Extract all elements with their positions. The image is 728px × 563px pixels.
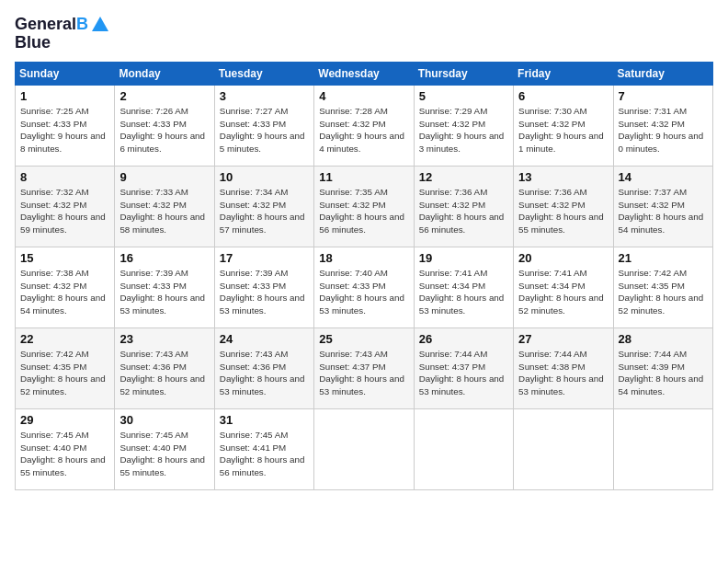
day-number: 26 xyxy=(419,332,508,346)
day-number: 29 xyxy=(20,413,109,427)
cell-info: Sunrise: 7:41 AMSunset: 4:34 PMDaylight:… xyxy=(518,268,604,316)
week-row-3: 15 Sunrise: 7:38 AMSunset: 4:32 PMDaylig… xyxy=(16,247,713,328)
cell-info: Sunrise: 7:35 AMSunset: 4:32 PMDaylight:… xyxy=(319,187,404,235)
calendar-cell: 22 Sunrise: 7:42 AMSunset: 4:35 PMDaylig… xyxy=(16,328,115,409)
calendar-cell: 4 Sunrise: 7:28 AMSunset: 4:32 PMDayligh… xyxy=(314,86,414,167)
calendar-cell: 25 Sunrise: 7:43 AMSunset: 4:37 PMDaylig… xyxy=(314,328,414,409)
calendar-cell: 3 Sunrise: 7:27 AMSunset: 4:33 PMDayligh… xyxy=(214,86,313,167)
day-number: 15 xyxy=(20,251,109,265)
calendar-cell: 6 Sunrise: 7:30 AMSunset: 4:32 PMDayligh… xyxy=(514,86,613,167)
day-number: 1 xyxy=(20,89,109,103)
logo-blue: B xyxy=(76,15,88,33)
day-number: 18 xyxy=(319,251,408,265)
cell-info: Sunrise: 7:27 AMSunset: 4:33 PMDaylight:… xyxy=(220,106,305,154)
cell-info: Sunrise: 7:30 AMSunset: 4:32 PMDaylight:… xyxy=(518,106,604,154)
weekday-header-row: SundayMondayTuesdayWednesdayThursdayFrid… xyxy=(16,63,713,86)
cell-info: Sunrise: 7:26 AMSunset: 4:33 PMDaylight:… xyxy=(119,106,205,154)
logo-text: GeneralB xyxy=(15,16,88,34)
day-number: 23 xyxy=(119,332,209,346)
cell-info: Sunrise: 7:44 AMSunset: 4:37 PMDaylight:… xyxy=(419,349,505,396)
cell-info: Sunrise: 7:45 AMSunset: 4:40 PMDaylight:… xyxy=(119,430,205,477)
day-number: 28 xyxy=(619,332,708,346)
calendar-cell: 14 Sunrise: 7:37 AMSunset: 4:32 PMDaylig… xyxy=(613,167,712,247)
logo-line2: Blue xyxy=(15,33,110,52)
day-number: 2 xyxy=(119,89,209,103)
cell-info: Sunrise: 7:25 AMSunset: 4:33 PMDaylight:… xyxy=(20,106,106,154)
weekday-header-monday: Monday xyxy=(115,63,214,86)
calendar-cell: 8 Sunrise: 7:32 AMSunset: 4:32 PMDayligh… xyxy=(16,167,115,247)
cell-info: Sunrise: 7:36 AMSunset: 4:32 PMDaylight:… xyxy=(419,187,505,235)
cell-info: Sunrise: 7:41 AMSunset: 4:34 PMDaylight:… xyxy=(419,268,505,316)
calendar-cell: 15 Sunrise: 7:38 AMSunset: 4:32 PMDaylig… xyxy=(16,247,115,328)
day-number: 11 xyxy=(319,170,408,184)
page: GeneralB Blue SundayMondayTuesdayWednesd… xyxy=(0,0,728,563)
calendar-cell: 18 Sunrise: 7:40 AMSunset: 4:33 PMDaylig… xyxy=(314,247,414,328)
logo-icon xyxy=(90,15,110,35)
day-number: 9 xyxy=(119,170,209,184)
calendar-cell: 27 Sunrise: 7:44 AMSunset: 4:38 PMDaylig… xyxy=(514,328,613,409)
calendar-cell: 10 Sunrise: 7:34 AMSunset: 4:32 PMDaylig… xyxy=(214,167,313,247)
cell-info: Sunrise: 7:42 AMSunset: 4:35 PMDaylight:… xyxy=(20,349,106,396)
day-number: 17 xyxy=(220,251,309,265)
calendar-cell: 16 Sunrise: 7:39 AMSunset: 4:33 PMDaylig… xyxy=(115,247,214,328)
weekday-header-sunday: Sunday xyxy=(16,63,115,86)
day-number: 20 xyxy=(518,251,608,265)
header: GeneralB Blue xyxy=(15,15,713,52)
cell-info: Sunrise: 7:28 AMSunset: 4:32 PMDaylight:… xyxy=(319,106,404,154)
day-number: 31 xyxy=(220,413,309,427)
cell-info: Sunrise: 7:42 AMSunset: 4:35 PMDaylight:… xyxy=(619,268,704,316)
day-number: 5 xyxy=(419,89,508,103)
calendar-cell: 20 Sunrise: 7:41 AMSunset: 4:34 PMDaylig… xyxy=(514,247,613,328)
calendar: SundayMondayTuesdayWednesdayThursdayFrid… xyxy=(15,62,713,490)
day-number: 16 xyxy=(119,251,209,265)
day-number: 4 xyxy=(319,89,408,103)
calendar-cell: 26 Sunrise: 7:44 AMSunset: 4:37 PMDaylig… xyxy=(414,328,513,409)
cell-info: Sunrise: 7:43 AMSunset: 4:36 PMDaylight:… xyxy=(119,349,205,396)
day-number: 3 xyxy=(220,89,309,103)
calendar-cell xyxy=(314,409,414,490)
day-number: 13 xyxy=(518,170,608,184)
svg-marker-0 xyxy=(92,17,108,31)
calendar-cell: 5 Sunrise: 7:29 AMSunset: 4:32 PMDayligh… xyxy=(414,86,513,167)
day-number: 12 xyxy=(419,170,508,184)
week-row-5: 29 Sunrise: 7:45 AMSunset: 4:40 PMDaylig… xyxy=(16,409,713,490)
calendar-cell: 23 Sunrise: 7:43 AMSunset: 4:36 PMDaylig… xyxy=(115,328,214,409)
cell-info: Sunrise: 7:40 AMSunset: 4:33 PMDaylight:… xyxy=(319,268,404,316)
cell-info: Sunrise: 7:39 AMSunset: 4:33 PMDaylight:… xyxy=(220,268,305,316)
calendar-cell: 24 Sunrise: 7:43 AMSunset: 4:36 PMDaylig… xyxy=(214,328,313,409)
cell-info: Sunrise: 7:43 AMSunset: 4:36 PMDaylight:… xyxy=(220,349,305,396)
day-number: 7 xyxy=(619,89,708,103)
calendar-cell xyxy=(613,409,712,490)
day-number: 19 xyxy=(419,251,508,265)
week-row-1: 1 Sunrise: 7:25 AMSunset: 4:33 PMDayligh… xyxy=(16,86,713,167)
calendar-cell: 1 Sunrise: 7:25 AMSunset: 4:33 PMDayligh… xyxy=(16,86,115,167)
day-number: 21 xyxy=(619,251,708,265)
calendar-cell: 2 Sunrise: 7:26 AMSunset: 4:33 PMDayligh… xyxy=(115,86,214,167)
weekday-header-saturday: Saturday xyxy=(613,63,712,86)
cell-info: Sunrise: 7:39 AMSunset: 4:33 PMDaylight:… xyxy=(119,268,205,316)
day-number: 10 xyxy=(220,170,309,184)
cell-info: Sunrise: 7:36 AMSunset: 4:32 PMDaylight:… xyxy=(518,187,604,235)
week-row-4: 22 Sunrise: 7:42 AMSunset: 4:35 PMDaylig… xyxy=(16,328,713,409)
calendar-cell: 12 Sunrise: 7:36 AMSunset: 4:32 PMDaylig… xyxy=(414,167,513,247)
weekday-header-thursday: Thursday xyxy=(414,63,513,86)
cell-info: Sunrise: 7:31 AMSunset: 4:32 PMDaylight:… xyxy=(619,106,704,154)
day-number: 24 xyxy=(220,332,309,346)
cell-info: Sunrise: 7:43 AMSunset: 4:37 PMDaylight:… xyxy=(319,349,404,396)
cell-info: Sunrise: 7:32 AMSunset: 4:32 PMDaylight:… xyxy=(20,187,106,235)
logo: GeneralB Blue xyxy=(15,15,110,52)
cell-info: Sunrise: 7:29 AMSunset: 4:32 PMDaylight:… xyxy=(419,106,505,154)
cell-info: Sunrise: 7:45 AMSunset: 4:41 PMDaylight:… xyxy=(220,430,305,477)
calendar-cell xyxy=(514,409,613,490)
week-row-2: 8 Sunrise: 7:32 AMSunset: 4:32 PMDayligh… xyxy=(16,167,713,247)
calendar-cell: 9 Sunrise: 7:33 AMSunset: 4:32 PMDayligh… xyxy=(115,167,214,247)
weekday-header-wednesday: Wednesday xyxy=(314,63,414,86)
day-number: 6 xyxy=(518,89,608,103)
cell-info: Sunrise: 7:37 AMSunset: 4:32 PMDaylight:… xyxy=(619,187,704,235)
cell-info: Sunrise: 7:44 AMSunset: 4:38 PMDaylight:… xyxy=(518,349,604,396)
calendar-cell: 19 Sunrise: 7:41 AMSunset: 4:34 PMDaylig… xyxy=(414,247,513,328)
calendar-cell: 29 Sunrise: 7:45 AMSunset: 4:40 PMDaylig… xyxy=(16,409,115,490)
day-number: 25 xyxy=(319,332,408,346)
calendar-cell: 30 Sunrise: 7:45 AMSunset: 4:40 PMDaylig… xyxy=(115,409,214,490)
cell-info: Sunrise: 7:44 AMSunset: 4:39 PMDaylight:… xyxy=(619,349,704,396)
